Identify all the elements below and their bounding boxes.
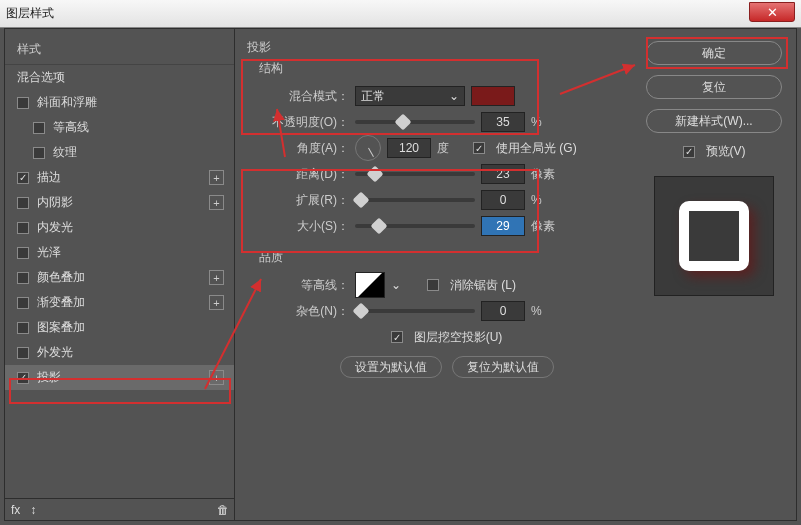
distance-input[interactable]: 23 [481,164,525,184]
sidebar-item-pattern-overlay[interactable]: 图案叠加 [5,315,234,340]
row-distance: 距离(D)： 23 像素 [259,161,634,187]
sidebar-item-inner-shadow[interactable]: 内阴影+ [5,190,234,215]
add-icon[interactable]: + [209,270,224,285]
preview-checkbox[interactable] [683,146,695,158]
opacity-slider[interactable] [355,120,475,124]
checkbox-icon[interactable] [33,122,45,134]
noise-slider[interactable] [355,309,475,313]
preview-row: 预览(V) [646,143,782,160]
checkbox-icon[interactable] [17,247,29,259]
label-angle: 角度(A)： [259,140,349,157]
label-noise: 杂色(N)： [259,303,349,320]
title-bar: 图层样式 ✕ [0,0,801,28]
sidebar-item-color-overlay[interactable]: 颜色叠加+ [5,265,234,290]
label-size: 大小(S)： [259,218,349,235]
sidebar-item-texture[interactable]: 纹理 [5,140,234,165]
chevron-down-icon: ⌄ [449,89,459,103]
global-light-checkbox[interactable] [473,142,485,154]
checkbox-icon[interactable] [33,147,45,159]
noise-input[interactable]: 0 [481,301,525,321]
unit-degree: 度 [437,140,467,157]
size-input[interactable]: 29 [481,216,525,236]
sidebar-item-satin[interactable]: 光泽 [5,240,234,265]
checkbox-icon[interactable] [17,297,29,309]
trash-icon[interactable]: 🗑 [217,503,229,517]
sidebar-item-stroke[interactable]: 描边+ [5,165,234,190]
row-contour: 等高线： ⌄ 消除锯齿 (L) [259,272,634,298]
group-structure: 结构 混合模式： 正常⌄ 不透明度(O)： 35 % 角度(A)： 120 度 [259,60,634,239]
close-button[interactable]: ✕ [749,2,795,22]
section-title: 投影 [247,39,646,56]
knockout-checkbox[interactable] [391,331,403,343]
size-slider[interactable] [355,224,475,228]
row-knockout: 图层挖空投影(U) [259,324,634,350]
fx-icon[interactable]: fx [11,503,20,517]
label-spread: 扩展(R)： [259,192,349,209]
main-options: 投影 结构 混合模式： 正常⌄ 不透明度(O)： 35 % 角度(A)： 120 [235,29,646,520]
sidebar-item-bevel[interactable]: 斜面和浮雕 [5,90,234,115]
distance-slider[interactable] [355,172,475,176]
blend-options-label: 混合选项 [17,69,65,86]
unit-percent: % [531,115,561,129]
contour-picker[interactable] [355,272,385,298]
checkbox-icon[interactable] [17,172,29,184]
checkbox-icon[interactable] [17,272,29,284]
right-column: 确定 复位 新建样式(W)... 预览(V) [646,29,796,520]
new-style-button[interactable]: 新建样式(W)... [646,109,782,133]
reset-default-button[interactable]: 复位为默认值 [452,356,554,378]
spread-input[interactable]: 0 [481,190,525,210]
ok-button[interactable]: 确定 [646,41,782,65]
spread-slider[interactable] [355,198,475,202]
label-preview: 预览(V) [706,143,746,160]
row-noise: 杂色(N)： 0 % [259,298,634,324]
checkbox-icon[interactable] [17,197,29,209]
sidebar-item-contour[interactable]: 等高线 [5,115,234,140]
sidebar-item-gradient-overlay[interactable]: 渐变叠加+ [5,290,234,315]
sidebar-item-outer-glow[interactable]: 外发光 [5,340,234,365]
checkbox-icon[interactable] [17,372,29,384]
checkbox-icon[interactable] [17,322,29,334]
label-antialias: 消除锯齿 (L) [450,277,516,294]
sidebar-blend-options[interactable]: 混合选项 [5,65,234,90]
blend-mode-select[interactable]: 正常⌄ [355,86,465,106]
label-global-light: 使用全局光 (G) [496,140,577,157]
add-icon[interactable]: + [209,295,224,310]
dialog-panel: 样式 混合选项 斜面和浮雕 等高线 纹理 描边+ 内阴影+ 内发光 光泽 颜色叠… [4,28,797,521]
row-opacity: 不透明度(O)： 35 % [259,109,634,135]
opacity-input[interactable]: 35 [481,112,525,132]
sidebar-item-inner-glow[interactable]: 内发光 [5,215,234,240]
antialias-checkbox[interactable] [427,279,439,291]
angle-input[interactable]: 120 [387,138,431,158]
unit-percent: % [531,304,561,318]
group-structure-title: 结构 [259,60,634,77]
add-icon[interactable]: + [209,170,224,185]
unit-px: 像素 [531,218,561,235]
checkbox-icon[interactable] [17,222,29,234]
set-default-button[interactable]: 设置为默认值 [340,356,442,378]
checkbox-icon[interactable] [17,347,29,359]
color-swatch[interactable] [471,86,515,106]
unit-px: 像素 [531,166,561,183]
default-buttons-row: 设置为默认值 复位为默认值 [259,356,634,378]
add-icon[interactable]: + [209,370,224,385]
preview-box [654,176,774,296]
label-contour: 等高线： [259,277,349,294]
reset-button[interactable]: 复位 [646,75,782,99]
add-icon[interactable]: + [209,195,224,210]
angle-dial[interactable] [355,135,381,161]
row-size: 大小(S)： 29 像素 [259,213,634,239]
checkbox-icon[interactable] [17,97,29,109]
label-distance: 距离(D)： [259,166,349,183]
arrows-icon[interactable]: ↕ [30,503,36,517]
sidebar-item-drop-shadow[interactable]: 投影+ [5,365,234,390]
window-title: 图层样式 [6,5,54,22]
unit-percent: % [531,193,561,207]
sidebar-statusbar: fx ↕ 🗑 [5,498,235,520]
row-spread: 扩展(R)： 0 % [259,187,634,213]
styles-sidebar: 样式 混合选项 斜面和浮雕 等高线 纹理 描边+ 内阴影+ 内发光 光泽 颜色叠… [5,29,235,520]
label-opacity: 不透明度(O)： [259,114,349,131]
label-knockout: 图层挖空投影(U) [414,329,503,346]
chevron-down-icon[interactable]: ⌄ [391,278,401,292]
group-quality-title: 品质 [259,249,634,266]
label-blend-mode: 混合模式： [259,88,349,105]
